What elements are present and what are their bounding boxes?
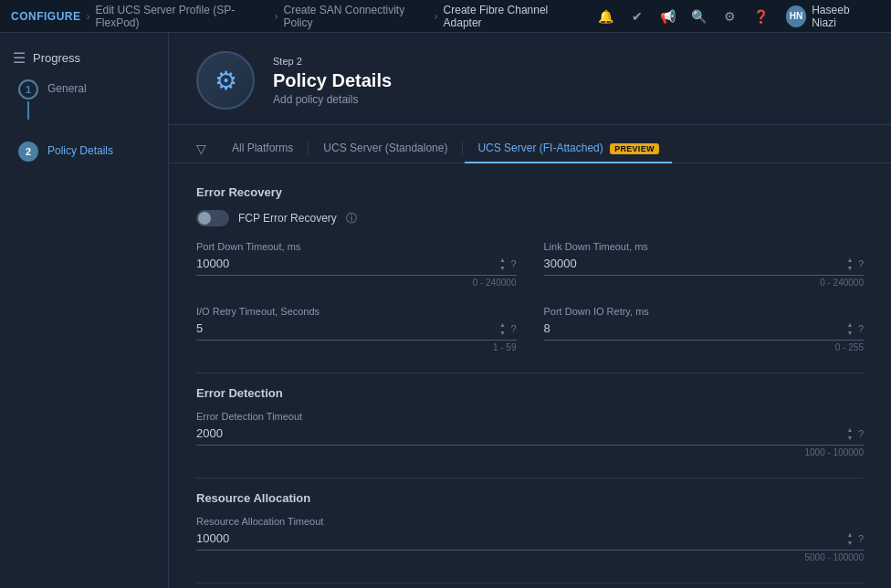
port-down-timeout-spinners: ▲ ▼ bbox=[498, 256, 507, 271]
sidebar-header: ☰ Progress bbox=[0, 44, 168, 79]
help-button[interactable]: ❓ bbox=[748, 4, 775, 29]
toggle-knob bbox=[198, 212, 211, 225]
configure-label[interactable]: CONFIGURE bbox=[11, 10, 81, 23]
section-resource-allocation-title: Resource Allocation bbox=[196, 491, 864, 505]
spinner-down[interactable]: ▼ bbox=[845, 539, 854, 546]
spinner-up[interactable]: ▲ bbox=[845, 530, 854, 538]
io-retry-info[interactable]: ? bbox=[510, 323, 516, 334]
policy-info: Step 2 Policy Details Add policy details bbox=[273, 56, 392, 106]
main-layout: ☰ Progress 1 General 2 bbox=[0, 33, 891, 588]
grid-resource-allocation: Resource Allocation Timeout ▲ ▼ ? 5000 -… bbox=[196, 516, 864, 577]
resource-allocation-info[interactable]: ? bbox=[858, 533, 864, 544]
policy-title: Policy Details bbox=[273, 70, 392, 91]
resource-allocation-timeout-label: Resource Allocation Timeout bbox=[196, 516, 864, 527]
content-area: ⚙ Step 2 Policy Details Add policy detai… bbox=[169, 33, 891, 588]
avatar: HN bbox=[786, 5, 806, 27]
spinner-up[interactable]: ▲ bbox=[845, 320, 854, 328]
link-down-timeout-input[interactable] bbox=[544, 257, 842, 270]
step-label-1[interactable]: General bbox=[47, 79, 87, 95]
notifications-button[interactable]: 🔔 bbox=[592, 4, 619, 29]
link-down-timeout-field: Link Down Timeout, ms ▲ ▼ ? 0 - 240000 bbox=[544, 241, 865, 288]
error-detection-timeout-input[interactable] bbox=[196, 426, 842, 440]
spinner-down[interactable]: ▼ bbox=[845, 434, 854, 441]
fcp-info-icon[interactable]: ⓘ bbox=[346, 211, 357, 226]
user-badge[interactable]: HN Haseeb Niazi bbox=[779, 4, 880, 29]
step-label-2[interactable]: Policy Details bbox=[47, 142, 113, 157]
resource-allocation-timeout-input-row: ▲ ▼ ? bbox=[196, 530, 864, 551]
policy-subtitle: Add policy details bbox=[273, 93, 392, 106]
sep-1 bbox=[196, 373, 864, 373]
step-row-2: 2 Policy Details bbox=[18, 142, 168, 162]
nav-icons: 🔔 ✔ 📢 🔍 ⚙ ❓ HN Haseeb Niazi bbox=[592, 4, 880, 29]
io-retry-range: 1 - 59 bbox=[196, 342, 517, 352]
spinner-up[interactable]: ▲ bbox=[845, 256, 854, 263]
port-down-io-spinners: ▲ ▼ bbox=[845, 320, 854, 336]
breadcrumb-ucs-profile[interactable]: Edit UCS Server Profile (SP-FlexPod) bbox=[96, 4, 269, 29]
port-down-timeout-input[interactable] bbox=[196, 257, 494, 270]
error-detection-timeout-input-row: ▲ ▼ ? bbox=[196, 425, 864, 446]
form-content: Error Recovery FCP Error Recovery ⓘ Port… bbox=[169, 163, 891, 588]
policy-header: ⚙ Step 2 Policy Details Add policy detai… bbox=[169, 33, 891, 125]
settings-button[interactable]: ⚙ bbox=[717, 4, 744, 29]
spinner-up[interactable]: ▲ bbox=[498, 256, 507, 263]
spinner-up[interactable]: ▲ bbox=[845, 425, 854, 433]
step-circle-1: 1 bbox=[18, 79, 38, 100]
gear-icon: ⚙ bbox=[215, 66, 237, 96]
spinner-down[interactable]: ▼ bbox=[498, 329, 507, 336]
tab-ucs-standalone[interactable]: UCS Server (Standalone) bbox=[310, 134, 460, 163]
breadcrumb-sep-1: › bbox=[87, 10, 90, 23]
step-line-1 bbox=[27, 101, 29, 120]
breadcrumb-current: Create Fibre Channel Adapter bbox=[444, 4, 582, 29]
io-retry-input-row: ▲ ▼ ? bbox=[196, 320, 517, 341]
step-indicator-2: 2 bbox=[18, 142, 38, 162]
breadcrumb-sep-2: › bbox=[274, 10, 278, 23]
resource-allocation-spinners: ▲ ▼ bbox=[845, 530, 854, 546]
sep-2 bbox=[196, 478, 864, 478]
policy-icon-bg: ⚙ bbox=[196, 51, 255, 110]
error-detection-timeout-field: Error Detection Timeout ▲ ▼ ? 1000 - 100… bbox=[196, 411, 864, 457]
grid-timeout-1: Port Down Timeout, ms ▲ ▼ ? 0 - 240000 L… bbox=[196, 241, 864, 302]
search-button[interactable]: 🔍 bbox=[686, 4, 713, 29]
spinner-down[interactable]: ▼ bbox=[845, 329, 854, 336]
port-down-timeout-info[interactable]: ? bbox=[510, 258, 516, 269]
link-down-timeout-info[interactable]: ? bbox=[858, 258, 864, 269]
fcp-error-recovery-toggle[interactable] bbox=[196, 210, 229, 226]
toggle-row: FCP Error Recovery ⓘ bbox=[196, 210, 864, 226]
section-error-recovery-title: Error Recovery bbox=[196, 185, 864, 199]
spinner-down[interactable]: ▼ bbox=[845, 264, 854, 271]
spinner-up[interactable]: ▲ bbox=[498, 320, 507, 328]
port-down-timeout-input-row: ▲ ▼ ? bbox=[196, 256, 517, 276]
error-detection-timeout-label: Error Detection Timeout bbox=[196, 411, 864, 422]
breadcrumb-sep-3: › bbox=[435, 10, 438, 23]
io-retry-label: I/O Retry Timeout, Seconds bbox=[196, 306, 517, 317]
grid-timeout-2: I/O Retry Timeout, Seconds ▲ ▼ ? 1 - 59 … bbox=[196, 306, 864, 367]
sidebar-steps: 1 General 2 Policy Details bbox=[0, 79, 168, 162]
port-down-io-range: 0 - 255 bbox=[544, 342, 865, 352]
resource-allocation-timeout-input[interactable] bbox=[196, 531, 842, 545]
io-retry-input[interactable] bbox=[196, 321, 494, 335]
spinner-down[interactable]: ▼ bbox=[498, 264, 507, 271]
resource-allocation-timeout-range: 5000 - 100000 bbox=[196, 552, 864, 562]
port-down-io-input[interactable] bbox=[544, 321, 842, 335]
tasks-button[interactable]: ✔ bbox=[624, 4, 651, 29]
link-down-timeout-range: 0 - 240000 bbox=[544, 278, 865, 288]
alerts-button[interactable]: 📢 bbox=[655, 4, 682, 29]
io-retry-field: I/O Retry Timeout, Seconds ▲ ▼ ? 1 - 59 bbox=[196, 306, 517, 352]
step-indicator-1: 1 bbox=[18, 79, 38, 120]
port-down-io-info[interactable]: ? bbox=[858, 323, 864, 334]
topnav: CONFIGURE › Edit UCS Server Profile (SP-… bbox=[0, 0, 891, 33]
progress-icon: ☰ bbox=[13, 49, 26, 67]
step-row-1: 1 General bbox=[18, 79, 168, 142]
sidebar-title: Progress bbox=[33, 51, 80, 65]
section-error-detection-title: Error Detection bbox=[196, 386, 864, 400]
tab-ucs-fi-attached[interactable]: UCS Server (FI-Attached) PREVIEW bbox=[465, 134, 671, 163]
tab-all-platforms[interactable]: All Platforms bbox=[219, 134, 306, 163]
filter-icon[interactable]: ▽ bbox=[196, 142, 206, 156]
fcp-label: FCP Error Recovery bbox=[238, 212, 337, 225]
breadcrumb-san-policy[interactable]: Create SAN Connectivity Policy bbox=[283, 4, 428, 29]
port-down-io-field: Port Down IO Retry, ms ▲ ▼ ? 0 - 255 bbox=[544, 306, 865, 352]
link-down-timeout-label: Link Down Timeout, ms bbox=[544, 241, 865, 252]
port-down-timeout-label: Port Down Timeout, ms bbox=[196, 241, 517, 252]
error-detection-info[interactable]: ? bbox=[858, 428, 864, 439]
error-detection-timeout-range: 1000 - 100000 bbox=[196, 447, 864, 457]
